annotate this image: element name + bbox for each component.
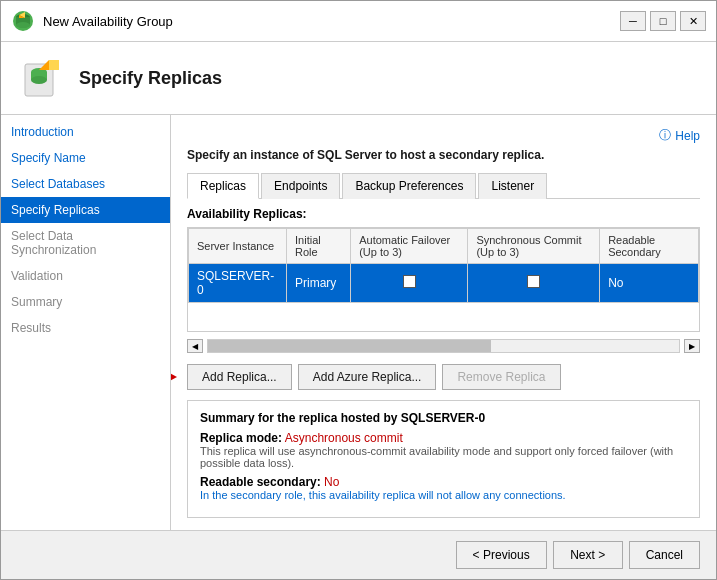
tab-endpoints[interactable]: Endpoints xyxy=(261,173,340,199)
summary-readable-secondary-desc: In the secondary role, this availability… xyxy=(200,489,687,501)
help-link[interactable]: ⓘ Help xyxy=(187,127,700,144)
scroll-left-btn[interactable]: ◀ xyxy=(187,339,203,353)
svg-point-9 xyxy=(31,76,47,84)
sidebar-item-results: Results xyxy=(1,315,170,341)
summary-readable-secondary-value: No xyxy=(324,475,339,489)
summary-title: Summary for the replica hosted by SQLSER… xyxy=(200,411,687,425)
red-arrow-indicator xyxy=(171,365,177,389)
previous-button[interactable]: < Previous xyxy=(456,541,547,569)
checkbox-automatic-failover[interactable] xyxy=(403,275,416,288)
title-bar: New Availability Group ─ □ ✕ xyxy=(1,1,716,42)
table-row[interactable]: SQLSERVER-0 Primary No xyxy=(189,264,699,303)
cancel-button[interactable]: Cancel xyxy=(629,541,700,569)
summary-box: Summary for the replica hosted by SQLSER… xyxy=(187,400,700,518)
checkbox-synchronous-commit[interactable] xyxy=(527,275,540,288)
sidebar-item-specify-name[interactable]: Specify Name xyxy=(1,145,170,171)
replicas-table: Server Instance Initial Role Automatic F… xyxy=(188,228,699,303)
help-icon: ⓘ xyxy=(659,127,671,144)
app-icon xyxy=(11,9,35,33)
footer: < Previous Next > Cancel xyxy=(1,530,716,579)
col-automatic-failover: Automatic Failover (Up to 3) xyxy=(351,229,468,264)
window-title: New Availability Group xyxy=(43,14,612,29)
sidebar-item-summary: Summary xyxy=(1,289,170,315)
content-area: Introduction Specify Name Select Databas… xyxy=(1,115,716,530)
scroll-right-btn[interactable]: ▶ xyxy=(684,339,700,353)
header-icon xyxy=(17,54,65,102)
svg-point-5 xyxy=(16,22,30,28)
minimize-button[interactable]: ─ xyxy=(620,11,646,31)
sidebar: Introduction Specify Name Select Databas… xyxy=(1,115,171,530)
horizontal-scrollbar[interactable]: ◀ ▶ xyxy=(187,336,700,356)
col-readable-secondary: Readable Secondary xyxy=(600,229,699,264)
cell-initial-role: Primary xyxy=(287,264,351,303)
tab-replicas[interactable]: Replicas xyxy=(187,173,259,199)
sidebar-item-specify-replicas[interactable]: Specify Replicas xyxy=(1,197,170,223)
summary-readable-secondary: Readable secondary: No xyxy=(200,475,687,489)
main-window: New Availability Group ─ □ ✕ Specify Rep… xyxy=(0,0,717,580)
window-controls: ─ □ ✕ xyxy=(620,11,706,31)
add-replica-button[interactable]: Add Replica... xyxy=(187,364,292,390)
sidebar-item-select-databases[interactable]: Select Databases xyxy=(1,171,170,197)
cell-automatic-failover[interactable] xyxy=(351,264,468,303)
summary-replica-mode: Replica mode: Asynchronous commit xyxy=(200,431,687,445)
description-text: Specify an instance of SQL Server to hos… xyxy=(187,148,700,162)
summary-replica-mode-desc: This replica will use asynchronous-commi… xyxy=(200,445,687,469)
replicas-table-container: Server Instance Initial Role Automatic F… xyxy=(187,227,700,332)
close-button[interactable]: ✕ xyxy=(680,11,706,31)
header-section: Specify Replicas xyxy=(1,42,716,115)
tab-bar: Replicas Endpoints Backup Preferences Li… xyxy=(187,172,700,199)
page-title: Specify Replicas xyxy=(79,68,222,89)
sidebar-item-select-data-sync: Select Data Synchronization xyxy=(1,223,170,263)
cell-readable-secondary: No xyxy=(600,264,699,303)
help-label: Help xyxy=(675,129,700,143)
tab-backup-preferences[interactable]: Backup Preferences xyxy=(342,173,476,199)
cell-server-instance: SQLSERVER-0 xyxy=(189,264,287,303)
svg-rect-10 xyxy=(49,60,59,70)
remove-replica-button[interactable]: Remove Replica xyxy=(442,364,560,390)
col-initial-role: Initial Role xyxy=(287,229,351,264)
summary-replica-mode-label: Replica mode: xyxy=(200,431,282,445)
sidebar-item-introduction[interactable]: Introduction xyxy=(1,119,170,145)
scroll-track[interactable] xyxy=(207,339,680,353)
maximize-button[interactable]: □ xyxy=(650,11,676,31)
scroll-thumb[interactable] xyxy=(208,340,491,352)
action-buttons-area: Add Replica... Add Azure Replica... Remo… xyxy=(187,364,700,390)
col-server-instance: Server Instance xyxy=(189,229,287,264)
tab-listener[interactable]: Listener xyxy=(478,173,547,199)
cell-synchronous-commit[interactable] xyxy=(468,264,600,303)
main-content: ⓘ Help Specify an instance of SQL Server… xyxy=(171,115,716,530)
availability-replicas-label: Availability Replicas: xyxy=(187,207,700,221)
col-synchronous-commit: Synchronous Commit (Up to 3) xyxy=(468,229,600,264)
summary-readable-secondary-label: Readable secondary: xyxy=(200,475,321,489)
summary-replica-mode-value: Asynchronous commit xyxy=(285,431,403,445)
next-button[interactable]: Next > xyxy=(553,541,623,569)
svg-marker-12 xyxy=(171,369,177,385)
sidebar-item-validation: Validation xyxy=(1,263,170,289)
add-azure-replica-button[interactable]: Add Azure Replica... xyxy=(298,364,437,390)
